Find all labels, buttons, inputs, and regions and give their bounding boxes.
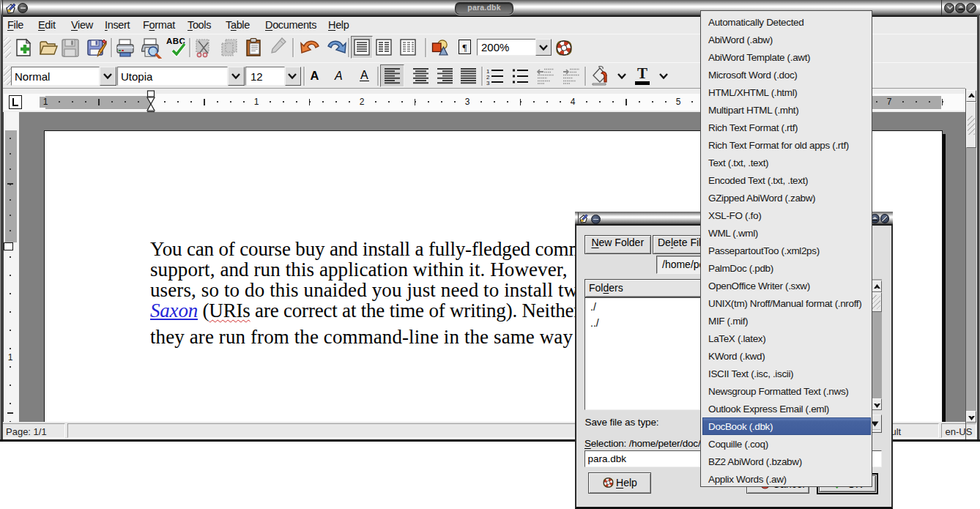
svg-text:3: 3 (486, 80, 490, 85)
